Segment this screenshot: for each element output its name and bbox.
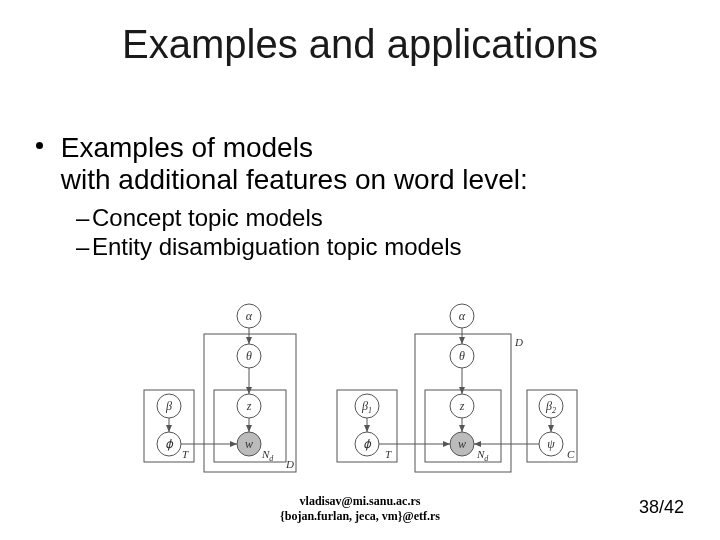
- label-Nd: Nd: [261, 448, 274, 463]
- slide: Examples and applications Examples of mo…: [0, 0, 720, 540]
- sub-bullet-2-text: Entity disambiguation topic models: [92, 233, 462, 260]
- footer-email-1: vladisav@mi.sanu.ac.rs: [0, 494, 720, 509]
- label-theta: θ: [246, 349, 252, 363]
- bullet-text-wrap: Examples of models with additional featu…: [61, 132, 528, 196]
- label-Nd: Nd: [476, 448, 489, 463]
- bullet-level1: Examples of models with additional featu…: [36, 132, 684, 196]
- label-D: D: [514, 336, 523, 348]
- label-C: C: [567, 448, 575, 460]
- label-z: z: [245, 399, 251, 413]
- page-indicator: 38/42: [639, 497, 684, 518]
- diagram-left: D Nd T α θ z w β ϕ: [136, 298, 311, 478]
- sub-bullet-2: –Entity disambiguation topic models: [76, 233, 684, 262]
- dash-icon: –: [76, 204, 92, 233]
- label-T: T: [385, 448, 392, 460]
- sub-bullets: –Concept topic models –Entity disambigua…: [76, 204, 684, 262]
- diagram-row: D Nd T α θ z w β ϕ: [0, 298, 720, 478]
- bullet-dot-icon: [36, 142, 43, 149]
- label-theta: θ: [459, 349, 465, 363]
- label-alpha: α: [459, 309, 466, 323]
- slide-body: Examples of models with additional featu…: [36, 132, 684, 262]
- sub-bullet-1: –Concept topic models: [76, 204, 684, 233]
- label-phi: ϕ: [165, 437, 174, 451]
- bullet-text-line2: with additional features on word level:: [61, 164, 528, 195]
- label-w: w: [245, 437, 253, 451]
- diagram-right: D Nd T C α θ z w β1 ϕ: [329, 298, 584, 478]
- label-alpha: α: [246, 309, 253, 323]
- label-phi: ϕ: [363, 437, 372, 451]
- footer-email-2: {bojan.furlan, jeca, vm}@etf.rs: [0, 509, 720, 524]
- label-beta: β: [165, 399, 172, 413]
- bullet-text-line1: Examples of models: [61, 132, 313, 163]
- label-w: w: [458, 437, 466, 451]
- label-T: T: [182, 448, 189, 460]
- footer-emails: vladisav@mi.sanu.ac.rs {bojan.furlan, je…: [0, 494, 720, 524]
- sub-bullet-1-text: Concept topic models: [92, 204, 323, 231]
- dash-icon: –: [76, 233, 92, 262]
- label-z: z: [459, 399, 465, 413]
- label-psi: ψ: [547, 437, 555, 451]
- slide-title: Examples and applications: [0, 22, 720, 67]
